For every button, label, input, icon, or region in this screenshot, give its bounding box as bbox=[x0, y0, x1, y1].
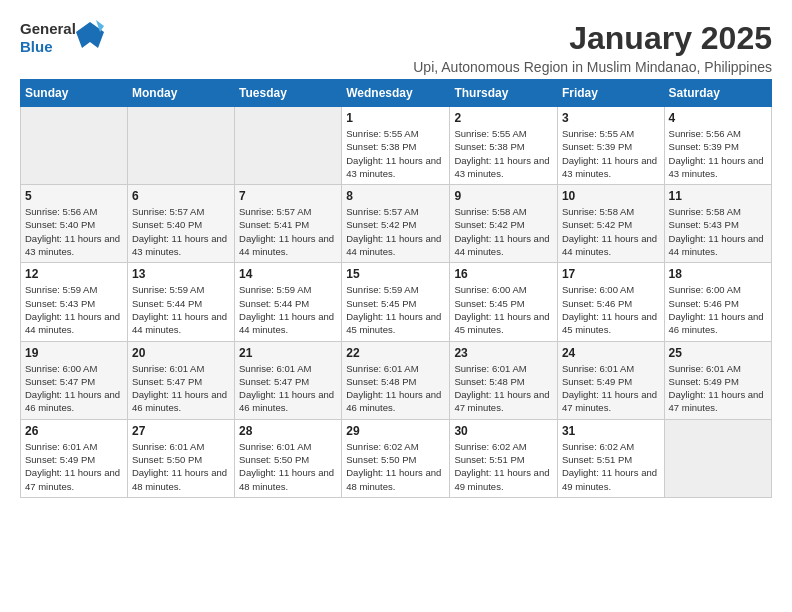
day-info: Sunrise: 6:01 AM Sunset: 5:47 PM Dayligh… bbox=[132, 362, 230, 415]
day-number: 6 bbox=[132, 189, 230, 203]
table-row: 20 Sunrise: 6:01 AM Sunset: 5:47 PM Dayl… bbox=[127, 341, 234, 419]
day-number: 21 bbox=[239, 346, 337, 360]
day-number: 26 bbox=[25, 424, 123, 438]
table-row: 4 Sunrise: 5:56 AM Sunset: 5:39 PM Dayli… bbox=[664, 107, 771, 185]
day-number: 11 bbox=[669, 189, 767, 203]
day-number: 31 bbox=[562, 424, 660, 438]
calendar-week-row: 1 Sunrise: 5:55 AM Sunset: 5:38 PM Dayli… bbox=[21, 107, 772, 185]
table-row: 8 Sunrise: 5:57 AM Sunset: 5:42 PM Dayli… bbox=[342, 185, 450, 263]
page-header: General Blue January 2025 Upi, Autonomou… bbox=[20, 20, 772, 75]
day-number: 12 bbox=[25, 267, 123, 281]
day-info: Sunrise: 5:55 AM Sunset: 5:39 PM Dayligh… bbox=[562, 127, 660, 180]
header-thursday: Thursday bbox=[450, 80, 558, 107]
header-tuesday: Tuesday bbox=[235, 80, 342, 107]
table-row: 31 Sunrise: 6:02 AM Sunset: 5:51 PM Dayl… bbox=[557, 419, 664, 497]
day-info: Sunrise: 5:58 AM Sunset: 5:43 PM Dayligh… bbox=[669, 205, 767, 258]
header-friday: Friday bbox=[557, 80, 664, 107]
day-info: Sunrise: 5:57 AM Sunset: 5:41 PM Dayligh… bbox=[239, 205, 337, 258]
logo-bird-icon bbox=[76, 20, 104, 56]
day-number: 19 bbox=[25, 346, 123, 360]
day-number: 22 bbox=[346, 346, 445, 360]
day-info: Sunrise: 6:01 AM Sunset: 5:48 PM Dayligh… bbox=[454, 362, 553, 415]
table-row: 12 Sunrise: 5:59 AM Sunset: 5:43 PM Dayl… bbox=[21, 263, 128, 341]
table-row: 3 Sunrise: 5:55 AM Sunset: 5:39 PM Dayli… bbox=[557, 107, 664, 185]
day-info: Sunrise: 6:02 AM Sunset: 5:51 PM Dayligh… bbox=[562, 440, 660, 493]
day-number: 8 bbox=[346, 189, 445, 203]
table-row: 22 Sunrise: 6:01 AM Sunset: 5:48 PM Dayl… bbox=[342, 341, 450, 419]
day-number: 25 bbox=[669, 346, 767, 360]
day-number: 30 bbox=[454, 424, 553, 438]
day-number: 7 bbox=[239, 189, 337, 203]
calendar-header-row: Sunday Monday Tuesday Wednesday Thursday… bbox=[21, 80, 772, 107]
calendar-subtitle: Upi, Autonomous Region in Muslim Mindana… bbox=[413, 59, 772, 75]
table-row: 11 Sunrise: 5:58 AM Sunset: 5:43 PM Dayl… bbox=[664, 185, 771, 263]
calendar-title: January 2025 bbox=[413, 20, 772, 57]
day-number: 29 bbox=[346, 424, 445, 438]
day-number: 17 bbox=[562, 267, 660, 281]
table-row: 14 Sunrise: 5:59 AM Sunset: 5:44 PM Dayl… bbox=[235, 263, 342, 341]
day-info: Sunrise: 6:01 AM Sunset: 5:50 PM Dayligh… bbox=[132, 440, 230, 493]
day-info: Sunrise: 5:56 AM Sunset: 5:39 PM Dayligh… bbox=[669, 127, 767, 180]
table-row: 15 Sunrise: 5:59 AM Sunset: 5:45 PM Dayl… bbox=[342, 263, 450, 341]
table-row bbox=[21, 107, 128, 185]
day-info: Sunrise: 5:55 AM Sunset: 5:38 PM Dayligh… bbox=[346, 127, 445, 180]
day-number: 5 bbox=[25, 189, 123, 203]
table-row: 1 Sunrise: 5:55 AM Sunset: 5:38 PM Dayli… bbox=[342, 107, 450, 185]
day-number: 3 bbox=[562, 111, 660, 125]
table-row: 18 Sunrise: 6:00 AM Sunset: 5:46 PM Dayl… bbox=[664, 263, 771, 341]
calendar-week-row: 12 Sunrise: 5:59 AM Sunset: 5:43 PM Dayl… bbox=[21, 263, 772, 341]
header-saturday: Saturday bbox=[664, 80, 771, 107]
day-number: 13 bbox=[132, 267, 230, 281]
day-number: 9 bbox=[454, 189, 553, 203]
day-info: Sunrise: 6:02 AM Sunset: 5:51 PM Dayligh… bbox=[454, 440, 553, 493]
day-info: Sunrise: 5:58 AM Sunset: 5:42 PM Dayligh… bbox=[562, 205, 660, 258]
day-number: 10 bbox=[562, 189, 660, 203]
table-row: 9 Sunrise: 5:58 AM Sunset: 5:42 PM Dayli… bbox=[450, 185, 558, 263]
day-info: Sunrise: 5:55 AM Sunset: 5:38 PM Dayligh… bbox=[454, 127, 553, 180]
calendar-table: Sunday Monday Tuesday Wednesday Thursday… bbox=[20, 79, 772, 498]
table-row: 13 Sunrise: 5:59 AM Sunset: 5:44 PM Dayl… bbox=[127, 263, 234, 341]
table-row: 10 Sunrise: 5:58 AM Sunset: 5:42 PM Dayl… bbox=[557, 185, 664, 263]
table-row: 28 Sunrise: 6:01 AM Sunset: 5:50 PM Dayl… bbox=[235, 419, 342, 497]
table-row: 23 Sunrise: 6:01 AM Sunset: 5:48 PM Dayl… bbox=[450, 341, 558, 419]
calendar-week-row: 26 Sunrise: 6:01 AM Sunset: 5:49 PM Dayl… bbox=[21, 419, 772, 497]
day-number: 1 bbox=[346, 111, 445, 125]
day-number: 20 bbox=[132, 346, 230, 360]
day-info: Sunrise: 6:01 AM Sunset: 5:49 PM Dayligh… bbox=[562, 362, 660, 415]
logo: General Blue bbox=[20, 20, 104, 56]
day-info: Sunrise: 5:56 AM Sunset: 5:40 PM Dayligh… bbox=[25, 205, 123, 258]
table-row: 21 Sunrise: 6:01 AM Sunset: 5:47 PM Dayl… bbox=[235, 341, 342, 419]
calendar-body: 1 Sunrise: 5:55 AM Sunset: 5:38 PM Dayli… bbox=[21, 107, 772, 498]
day-number: 24 bbox=[562, 346, 660, 360]
header-sunday: Sunday bbox=[21, 80, 128, 107]
table-row bbox=[127, 107, 234, 185]
day-info: Sunrise: 6:01 AM Sunset: 5:49 PM Dayligh… bbox=[25, 440, 123, 493]
day-info: Sunrise: 6:02 AM Sunset: 5:50 PM Dayligh… bbox=[346, 440, 445, 493]
table-row: 2 Sunrise: 5:55 AM Sunset: 5:38 PM Dayli… bbox=[450, 107, 558, 185]
day-number: 28 bbox=[239, 424, 337, 438]
day-info: Sunrise: 5:57 AM Sunset: 5:42 PM Dayligh… bbox=[346, 205, 445, 258]
table-row: 29 Sunrise: 6:02 AM Sunset: 5:50 PM Dayl… bbox=[342, 419, 450, 497]
day-info: Sunrise: 6:00 AM Sunset: 5:47 PM Dayligh… bbox=[25, 362, 123, 415]
day-info: Sunrise: 5:59 AM Sunset: 5:44 PM Dayligh… bbox=[132, 283, 230, 336]
day-number: 23 bbox=[454, 346, 553, 360]
day-number: 4 bbox=[669, 111, 767, 125]
table-row: 16 Sunrise: 6:00 AM Sunset: 5:45 PM Dayl… bbox=[450, 263, 558, 341]
table-row: 7 Sunrise: 5:57 AM Sunset: 5:41 PM Dayli… bbox=[235, 185, 342, 263]
day-info: Sunrise: 6:01 AM Sunset: 5:50 PM Dayligh… bbox=[239, 440, 337, 493]
header-monday: Monday bbox=[127, 80, 234, 107]
table-row: 24 Sunrise: 6:01 AM Sunset: 5:49 PM Dayl… bbox=[557, 341, 664, 419]
table-row: 26 Sunrise: 6:01 AM Sunset: 5:49 PM Dayl… bbox=[21, 419, 128, 497]
day-info: Sunrise: 5:59 AM Sunset: 5:44 PM Dayligh… bbox=[239, 283, 337, 336]
day-number: 15 bbox=[346, 267, 445, 281]
table-row: 27 Sunrise: 6:01 AM Sunset: 5:50 PM Dayl… bbox=[127, 419, 234, 497]
table-row: 6 Sunrise: 5:57 AM Sunset: 5:40 PM Dayli… bbox=[127, 185, 234, 263]
day-number: 2 bbox=[454, 111, 553, 125]
table-row: 25 Sunrise: 6:01 AM Sunset: 5:49 PM Dayl… bbox=[664, 341, 771, 419]
calendar-week-row: 5 Sunrise: 5:56 AM Sunset: 5:40 PM Dayli… bbox=[21, 185, 772, 263]
day-number: 16 bbox=[454, 267, 553, 281]
calendar-week-row: 19 Sunrise: 6:00 AM Sunset: 5:47 PM Dayl… bbox=[21, 341, 772, 419]
day-info: Sunrise: 6:00 AM Sunset: 5:46 PM Dayligh… bbox=[562, 283, 660, 336]
day-info: Sunrise: 6:01 AM Sunset: 5:48 PM Dayligh… bbox=[346, 362, 445, 415]
day-number: 14 bbox=[239, 267, 337, 281]
